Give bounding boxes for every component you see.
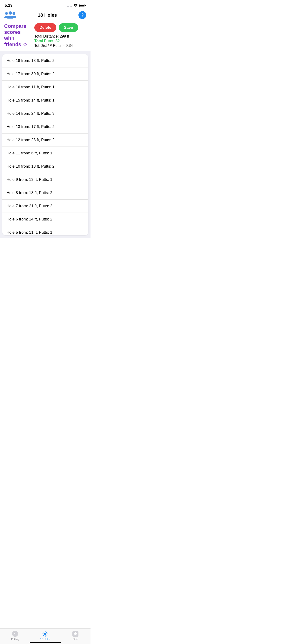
status-bar: 5:13	[0, 0, 91, 10]
list-item[interactable]: Hole 18 from: 18 ft, Putts: 2	[2, 54, 88, 68]
ratio: Tot Dist / # Putts = 9.34	[34, 44, 86, 48]
svg-point-4	[75, 6, 76, 7]
total-distance: Total Distance: 299 ft	[34, 34, 86, 38]
list-item[interactable]: Hole 9 from: 13 ft, Putts: 1	[2, 173, 88, 186]
compare-label[interactable]: Comparescoreswithfriends ->	[4, 23, 34, 48]
action-buttons: Delete Save	[34, 23, 86, 32]
list-item[interactable]: Hole 10 from: 18 ft, Putts: 2	[2, 160, 88, 173]
list-item[interactable]: Hole 12 from: 23 ft, Putts: 2	[2, 134, 88, 147]
friends-icon[interactable]	[4, 11, 16, 19]
list-item[interactable]: Hole 15 from: 14 ft, Putts: 1	[2, 94, 88, 107]
list-item[interactable]: Hole 11 from: 6 ft, Putts: 1	[2, 147, 88, 160]
list-item[interactable]: Hole 6 from: 14 ft, Putts: 2	[2, 213, 88, 226]
page-title: 18 Holes	[16, 12, 79, 18]
list-item[interactable]: Hole 5 from: 11 ft, Putts: 1	[2, 226, 88, 235]
signal-icon	[67, 4, 72, 7]
holes-list: Hole 18 from: 18 ft, Putts: 2Hole 17 fro…	[2, 54, 88, 235]
list-item[interactable]: Hole 8 from: 18 ft, Putts: 2	[2, 186, 88, 200]
help-button[interactable]: ?	[79, 11, 86, 19]
svg-point-2	[70, 6, 71, 7]
status-icons	[67, 4, 86, 7]
save-button[interactable]: Save	[59, 23, 78, 32]
list-item[interactable]: Hole 17 from: 30 ft, Putts: 2	[2, 68, 88, 81]
svg-point-9	[9, 11, 12, 14]
list-section: Hole 18 from: 18 ft, Putts: 2Hole 17 fro…	[0, 51, 91, 238]
header: 18 Holes ?	[0, 10, 91, 21]
top-section: Comparescoreswithfriends -> Delete Save …	[0, 21, 91, 51]
list-item[interactable]: Hole 7 from: 21 ft, Putts: 2	[2, 200, 88, 213]
battery-icon	[79, 4, 86, 7]
svg-point-3	[71, 6, 72, 7]
svg-point-1	[68, 6, 69, 7]
svg-point-7	[5, 12, 8, 15]
svg-point-0	[67, 6, 68, 7]
total-putts: Total Putts: 32	[34, 39, 86, 43]
stats-block: Delete Save Total Distance: 299 ft Total…	[34, 23, 86, 48]
list-item[interactable]: Hole 14 from: 24 ft, Putts: 3	[2, 107, 88, 120]
list-item[interactable]: Hole 16 from: 11 ft, Putts: 1	[2, 81, 88, 94]
list-item[interactable]: Hole 13 from: 17 ft, Putts: 2	[2, 120, 88, 134]
svg-rect-6	[80, 5, 85, 6]
wifi-icon	[73, 4, 78, 7]
delete-button[interactable]: Delete	[34, 23, 56, 32]
status-time: 5:13	[5, 3, 13, 8]
svg-point-8	[13, 12, 15, 15]
